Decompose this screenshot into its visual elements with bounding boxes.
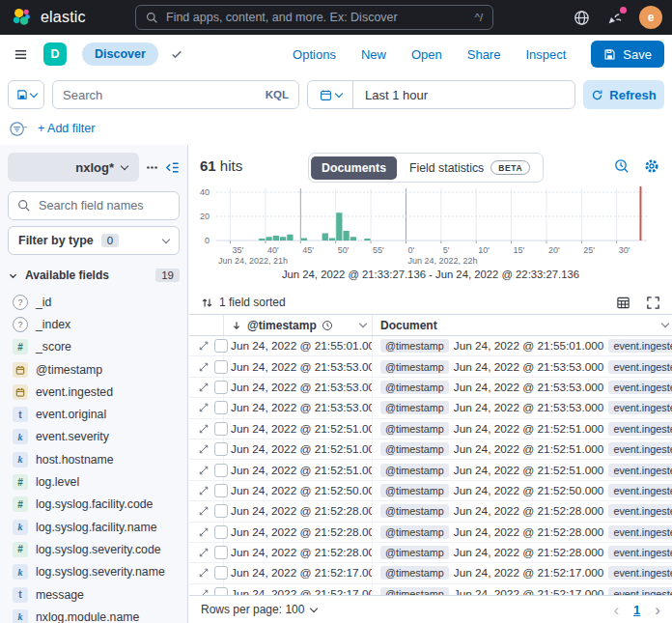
- available-fields-toggle[interactable]: Available fields 19: [8, 269, 180, 282]
- expand-row-icon[interactable]: [198, 382, 210, 393]
- documents-grid: @timestamp Document: [189, 314, 672, 596]
- field-name: _score: [36, 340, 71, 354]
- field-search-input[interactable]: Search field names: [8, 191, 180, 220]
- newsfeed-icon[interactable]: [606, 10, 623, 26]
- expand-row-icon[interactable]: [198, 567, 210, 579]
- chevron-down-icon[interactable]: [359, 320, 367, 327]
- tab-field-statistics[interactable]: Field statistics BETA: [399, 156, 541, 180]
- field-list-item[interactable]: k log.syslog.facility.name: [8, 516, 180, 538]
- field-list-item[interactable]: t message: [8, 583, 180, 606]
- search-sessions-icon[interactable]: [614, 158, 630, 174]
- field-list-item[interactable]: k nxlog.module.name: [8, 606, 180, 623]
- global-search-input[interactable]: Find apps, content, and more. Ex: Discov…: [135, 5, 493, 30]
- data-view-row: nxlog*: [8, 153, 180, 182]
- field-list-item[interactable]: # log.syslog.facility.code: [8, 494, 180, 516]
- field-list-item[interactable]: k event.severity: [8, 426, 180, 448]
- page-number[interactable]: 1: [633, 603, 640, 617]
- next-page-icon[interactable]: ›: [655, 602, 660, 618]
- histogram-svg[interactable]: 35'40'45'50'55'0'5'10'15'20'25'30'02040J…: [191, 181, 653, 269]
- new-button[interactable]: New: [361, 47, 386, 62]
- svg-text:30': 30': [619, 245, 630, 255]
- field-list-item[interactable]: k log.syslog.severity.name: [8, 561, 180, 583]
- field-list-item[interactable]: # log.level: [8, 470, 180, 493]
- timestamp-column-header[interactable]: @timestamp: [224, 315, 373, 335]
- row-controls: [189, 543, 224, 562]
- timestamp-cell: Jun 24, 2022 @ 21:52:51.000: [224, 439, 373, 459]
- document-cell: @timestamp Jun 24, 2022 @ 21:52:28.000 e…: [373, 543, 672, 562]
- save-button[interactable]: Save: [591, 41, 664, 68]
- timestamp-cell: Jun 24, 2022 @ 21:52:50.000: [224, 481, 373, 500]
- svg-text:20': 20': [548, 245, 560, 255]
- document-cell: @timestamp Jun 24, 2022 @ 21:52:50.000 e…: [373, 481, 672, 500]
- add-filter-button[interactable]: + Add filter: [38, 122, 95, 135]
- previous-page-icon[interactable]: ‹: [613, 602, 619, 618]
- global-search-placeholder: Find apps, content, and more. Ex: Discov…: [166, 11, 398, 24]
- field-list-item[interactable]: @timestamp: [8, 358, 180, 381]
- filter-by-type-label: Filter by type: [18, 234, 94, 247]
- field-type-icon: k: [13, 452, 28, 467]
- view-tabs: Documents Field statistics BETA: [308, 153, 544, 183]
- document-column-header[interactable]: Document: [373, 315, 672, 335]
- elastic-logo[interactable]: elastic: [0, 7, 86, 28]
- field-list-item[interactable]: k host.hostname: [8, 448, 180, 470]
- inspect-button[interactable]: Inspect: [525, 47, 566, 62]
- collapse-sidebar-icon[interactable]: [165, 160, 180, 175]
- expand-row-icon[interactable]: [198, 402, 210, 413]
- svg-text:15': 15': [514, 245, 525, 255]
- options-button[interactable]: Options: [293, 47, 336, 62]
- table-row: Jun 24, 2022 @ 21:52:28.000 @timestamp J…: [189, 501, 672, 522]
- filter-menu-icon[interactable]: [10, 121, 28, 137]
- field-value: Jun 24, 2022 @ 21:52:51.000: [454, 442, 604, 456]
- tab-documents[interactable]: Documents: [311, 156, 397, 180]
- time-range-label: Jun 24, 2022 @ 21:33:27.136 - Jun 24, 20…: [189, 269, 672, 280]
- notification-dot: [620, 7, 627, 14]
- query-input[interactable]: Search KQL: [52, 80, 299, 109]
- share-button[interactable]: Share: [467, 47, 501, 62]
- chevron-down-icon[interactable]: [661, 320, 669, 327]
- query-language-button[interactable]: KQL: [266, 89, 289, 100]
- expand-row-icon[interactable]: [198, 547, 210, 558]
- open-button[interactable]: Open: [411, 47, 442, 62]
- field-list-item[interactable]: t event.original: [8, 403, 180, 425]
- expand-row-icon[interactable]: [198, 361, 210, 373]
- expand-row-icon[interactable]: [198, 526, 210, 538]
- expand-row-icon[interactable]: [198, 443, 210, 455]
- saved-query-menu-button[interactable]: [8, 80, 44, 109]
- rows-per-page-button[interactable]: Rows per page: 100: [201, 603, 317, 616]
- filter-by-type-button[interactable]: Filter by type 0: [8, 226, 180, 255]
- fullscreen-icon[interactable]: [646, 296, 660, 310]
- field-list-item[interactable]: event.ingested: [8, 381, 180, 403]
- row-controls: [189, 523, 224, 542]
- date-picker: Last 1 hour: [307, 80, 575, 109]
- field-list-item[interactable]: # _score: [8, 336, 180, 358]
- expand-row-icon[interactable]: [198, 423, 210, 435]
- document-cell: @timestamp Jun 24, 2022 @ 21:52:28.000 e…: [373, 501, 672, 521]
- gear-icon[interactable]: [644, 158, 659, 174]
- field-list-item[interactable]: # log.syslog.severity.code: [8, 538, 180, 560]
- sort-fields-button[interactable]: 1 field sorted: [201, 296, 286, 309]
- field-list-item[interactable]: ? _index: [8, 313, 180, 335]
- avatar[interactable]: e: [639, 6, 662, 29]
- expand-row-icon[interactable]: [198, 485, 210, 496]
- field-list-options-icon[interactable]: [146, 161, 158, 174]
- breadcrumb[interactable]: Discover: [82, 42, 158, 66]
- svg-text:20: 20: [200, 212, 210, 221]
- svg-text:35': 35': [233, 245, 244, 255]
- expand-row-icon[interactable]: [198, 505, 210, 517]
- row-controls: [189, 419, 224, 439]
- deployment-icon[interactable]: [574, 10, 590, 26]
- data-view-picker[interactable]: nxlog*: [8, 153, 139, 182]
- svg-text:Jun 24, 2022, 22h: Jun 24, 2022, 22h: [407, 256, 477, 266]
- menu-icon[interactable]: [8, 42, 34, 68]
- field-chip: event.ingested: [608, 566, 672, 580]
- field-name: _index: [36, 318, 70, 331]
- expand-row-icon[interactable]: [198, 340, 210, 352]
- histogram-chart: 35'40'45'50'55'0'5'10'15'20'25'30'02040J…: [191, 181, 653, 269]
- field-list-item[interactable]: ? _id: [8, 291, 180, 313]
- quick-select-button[interactable]: [308, 81, 353, 108]
- space-badge[interactable]: D: [43, 42, 67, 66]
- display-options-icon[interactable]: [616, 296, 630, 310]
- time-range-button[interactable]: Last 1 hour: [353, 88, 428, 102]
- refresh-button[interactable]: Refresh: [583, 80, 664, 109]
- expand-row-icon[interactable]: [198, 465, 210, 476]
